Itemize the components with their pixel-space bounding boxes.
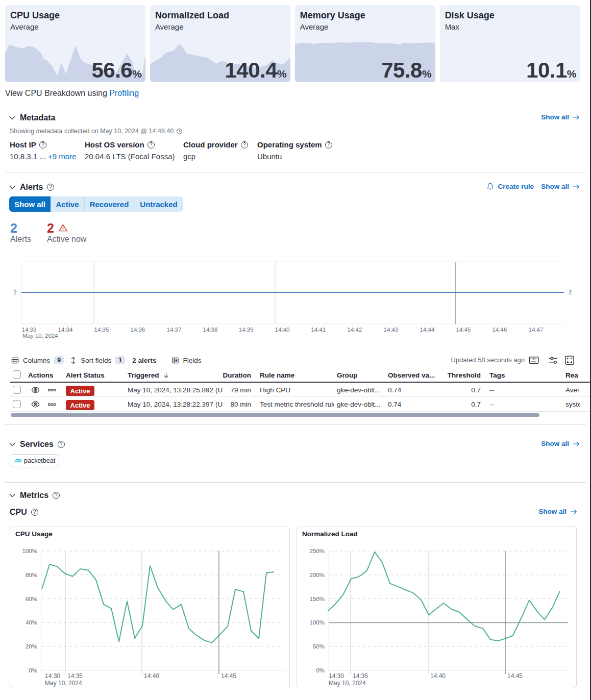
svg-text:20%: 20% bbox=[26, 643, 37, 649]
svg-text:60%: 60% bbox=[26, 596, 37, 602]
svg-text:14:43: 14:43 bbox=[384, 327, 399, 333]
svg-text:14:30: 14:30 bbox=[45, 672, 60, 680]
svg-text:250%: 250% bbox=[310, 548, 325, 554]
svg-text:200%: 200% bbox=[310, 572, 325, 578]
svg-text:14:35: 14:35 bbox=[67, 672, 83, 680]
svg-text:14:44: 14:44 bbox=[420, 327, 435, 333]
svg-text:80%: 80% bbox=[26, 572, 37, 578]
svg-text:14:41: 14:41 bbox=[311, 327, 326, 333]
svg-text:100%: 100% bbox=[22, 548, 37, 554]
svg-text:14:45: 14:45 bbox=[456, 327, 471, 333]
svg-text:2: 2 bbox=[14, 289, 17, 295]
svg-text:May 10, 2024: May 10, 2024 bbox=[45, 680, 82, 687]
svg-text:14:34: 14:34 bbox=[58, 327, 73, 333]
svg-text:2: 2 bbox=[569, 289, 572, 295]
svg-text:May 10, 2024: May 10, 2024 bbox=[22, 333, 58, 339]
svg-text:14:38: 14:38 bbox=[203, 327, 218, 333]
svg-text:14:47: 14:47 bbox=[529, 327, 544, 333]
svg-text:150%: 150% bbox=[310, 596, 325, 602]
svg-text:40%: 40% bbox=[26, 619, 37, 626]
svg-text:14:45: 14:45 bbox=[507, 672, 523, 680]
svg-text:14:42: 14:42 bbox=[348, 327, 362, 333]
svg-text:14:46: 14:46 bbox=[493, 327, 507, 333]
svg-text:0%: 0% bbox=[316, 667, 325, 673]
svg-text:14:40: 14:40 bbox=[430, 672, 446, 680]
svg-text:14:45: 14:45 bbox=[221, 672, 236, 680]
svg-text:50%: 50% bbox=[313, 643, 325, 649]
svg-text:100%: 100% bbox=[310, 619, 325, 626]
svg-text:0%: 0% bbox=[29, 667, 37, 673]
svg-text:14:35: 14:35 bbox=[353, 672, 368, 680]
svg-text:14:36: 14:36 bbox=[131, 327, 145, 333]
svg-text:14:40: 14:40 bbox=[144, 672, 159, 680]
svg-text:14:40: 14:40 bbox=[275, 327, 290, 333]
svg-text:14:37: 14:37 bbox=[167, 327, 182, 333]
svg-text:14:35: 14:35 bbox=[94, 327, 109, 333]
svg-text:14:33: 14:33 bbox=[22, 327, 37, 333]
svg-text:14:30: 14:30 bbox=[329, 672, 344, 680]
svg-text:14:39: 14:39 bbox=[239, 327, 254, 333]
svg-text:May 10, 2024: May 10, 2024 bbox=[329, 680, 366, 687]
